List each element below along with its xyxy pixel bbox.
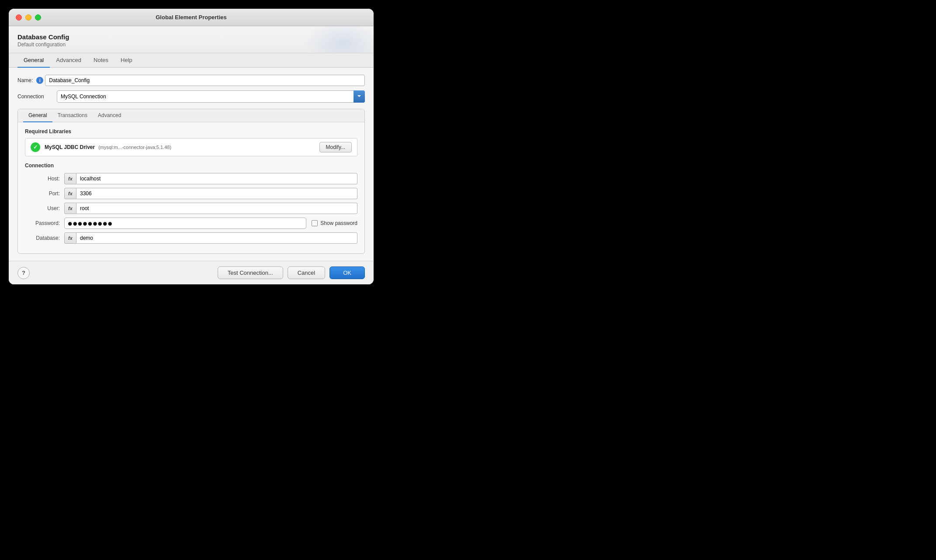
connection-select[interactable]: MySQL Connection [57, 90, 365, 103]
modify-button[interactable]: Modify... [319, 142, 352, 152]
show-password-label: Show password [320, 220, 357, 226]
database-row: Database: fx [25, 232, 357, 244]
test-connection-button[interactable]: Test Connection... [218, 266, 283, 279]
connection-label: Connection [17, 93, 57, 100]
database-label: Database: [25, 235, 60, 241]
check-icon [31, 142, 40, 152]
driver-name: MySQL JDBC Driver [45, 144, 95, 150]
inner-tab-transactions[interactable]: Transactions [52, 109, 93, 122]
cancel-button[interactable]: Cancel [288, 266, 325, 279]
user-input[interactable] [76, 203, 357, 214]
tab-advanced[interactable]: Advanced [50, 53, 87, 68]
inner-tab-advanced[interactable]: Advanced [93, 109, 126, 122]
database-input[interactable] [76, 232, 357, 244]
dialog-window: Global Element Properties Database Confi… [9, 9, 374, 284]
tab-help[interactable]: Help [114, 53, 139, 68]
inner-tabs: General Transactions Advanced [18, 109, 364, 122]
driver-artifact: (mysql:m...-connector-java:5.1.48) [98, 145, 319, 150]
tab-notes[interactable]: Notes [87, 53, 114, 68]
inner-panel: General Transactions Advanced Required L… [17, 109, 365, 254]
connection-select-wrapper: MySQL Connection [57, 90, 365, 103]
password-value: ●●●●●●●●● [68, 220, 113, 227]
host-input[interactable] [76, 173, 357, 184]
port-row: Port: fx [25, 188, 357, 199]
password-label: Password: [25, 220, 60, 226]
connection-row: Connection MySQL Connection [17, 90, 365, 103]
port-label: Port: [25, 190, 60, 197]
host-row: Host: fx [25, 173, 357, 184]
inner-content: Required Libraries MySQL JDBC Driver (my… [18, 122, 364, 253]
user-label: User: [25, 205, 60, 211]
port-fx-button[interactable]: fx [64, 188, 76, 199]
host-label: Host: [25, 176, 60, 182]
ok-button[interactable]: OK [329, 266, 365, 279]
name-input[interactable] [45, 75, 365, 86]
dialog-title: Global Element Properties [156, 14, 227, 21]
tab-general[interactable]: General [17, 53, 50, 68]
name-row: Name: i [17, 75, 365, 86]
name-label: Name: [17, 77, 33, 83]
dialog-header: Database Config Default configuration [9, 26, 374, 53]
info-icon: i [36, 77, 43, 84]
connection-section-label: Connection [25, 162, 357, 169]
password-dots: ●●●●●●●●● [64, 218, 306, 229]
traffic-lights [16, 14, 41, 21]
database-fx-button[interactable]: fx [64, 232, 76, 244]
maximize-button[interactable] [35, 14, 41, 21]
footer-buttons: Test Connection... Cancel OK [218, 266, 365, 279]
host-fx-button[interactable]: fx [64, 173, 76, 184]
show-password-checkbox[interactable] [312, 220, 318, 226]
form-area: Name: i Connection MySQL Connection Gene… [9, 68, 374, 261]
user-fx-button[interactable]: fx [64, 203, 76, 214]
close-button[interactable] [16, 14, 22, 21]
show-password-wrapper[interactable]: Show password [312, 220, 357, 226]
title-bar: Global Element Properties [9, 9, 374, 26]
inner-tab-general[interactable]: General [23, 109, 52, 122]
help-button[interactable]: ? [17, 267, 30, 279]
library-row: MySQL JDBC Driver (mysql:m...-connector-… [25, 138, 357, 156]
required-libraries-label: Required Libraries [25, 128, 357, 135]
name-input-wrapper: i [36, 75, 365, 86]
minimize-button[interactable] [25, 14, 31, 21]
outer-tabs: General Advanced Notes Help [9, 53, 374, 68]
port-input[interactable] [76, 188, 357, 199]
user-row: User: fx [25, 203, 357, 214]
password-row: Password: ●●●●●●●●● Show password [25, 218, 357, 229]
dialog-footer: ? Test Connection... Cancel OK [9, 261, 374, 284]
